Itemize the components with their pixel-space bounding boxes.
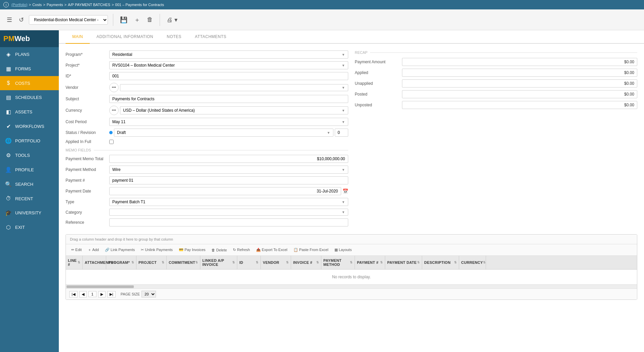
col-header-project[interactable]: PROJECT ⇅ bbox=[136, 256, 167, 269]
type-value: Payment Batch T1 bbox=[112, 200, 146, 204]
sidebar-label-search: SEARCH bbox=[15, 182, 33, 187]
payment-num-input[interactable] bbox=[109, 176, 348, 184]
payment-method-value: Wire bbox=[112, 167, 121, 172]
no-records: No records to display. bbox=[66, 270, 637, 284]
grid-unlink-button[interactable]: ✂ Unlink Payments bbox=[138, 246, 175, 253]
col-header-program[interactable]: PROGRAM* ⇅ bbox=[106, 256, 136, 269]
page-size-select[interactable]: 20 bbox=[142, 291, 156, 297]
col-header-linked[interactable]: LINKED A/P INVOICE ⇅ bbox=[200, 256, 237, 269]
revision-input[interactable] bbox=[335, 129, 348, 137]
col-header-id[interactable]: ID ⇅ bbox=[237, 256, 261, 269]
currency-select[interactable]: USD – Dollar (United States of America) … bbox=[120, 106, 348, 114]
applied-checkbox[interactable] bbox=[109, 140, 114, 144]
payment-method-select[interactable]: Wire ▼ bbox=[109, 166, 348, 174]
category-select[interactable]: ▼ bbox=[109, 209, 348, 216]
sidebar-label-forms: FORMS bbox=[15, 66, 31, 71]
sidebar-item-portfolio[interactable]: 🌐 PORTFOLIO bbox=[0, 134, 59, 148]
grid-pay-button[interactable]: 💳 Pay Invoices bbox=[176, 246, 208, 253]
sidebar-item-recent[interactable]: ⏱ RECENT bbox=[0, 191, 59, 206]
payment-memo-input[interactable] bbox=[109, 155, 348, 163]
tab-main[interactable]: MAIN bbox=[66, 30, 90, 44]
col-header-vendor[interactable]: VENDOR ⇅ bbox=[261, 256, 291, 269]
page-next-button[interactable]: ▶ bbox=[98, 291, 106, 297]
calendar-icon[interactable]: 📅 bbox=[343, 188, 348, 194]
tab-notes[interactable]: NOTES bbox=[160, 30, 188, 44]
info-icon[interactable]: i bbox=[3, 2, 9, 7]
grid-layouts-button[interactable]: ▦ Layouts bbox=[332, 246, 355, 253]
sidebar-item-tools[interactable]: ⚙ TOOLS bbox=[0, 148, 59, 163]
reference-input[interactable] bbox=[109, 218, 348, 226]
sidebar-item-exit[interactable]: ⬡ EXIT bbox=[0, 220, 59, 235]
page-prev-button[interactable]: ◀ bbox=[79, 291, 87, 297]
form-left: Program* Residential ▼ Project* RVS0104 … bbox=[66, 50, 348, 229]
tab-additional[interactable]: ADDITIONAL INFORMATION bbox=[90, 30, 160, 44]
vendor-arrow: ▼ bbox=[342, 86, 345, 90]
save-button[interactable]: 💾 bbox=[118, 14, 129, 25]
tab-attachments[interactable]: ATTACHMENTS bbox=[188, 30, 233, 44]
col-header-paynum[interactable]: PAYMENT # ⇅ bbox=[355, 256, 385, 269]
print-button[interactable]: 🖨 ▾ bbox=[165, 14, 179, 25]
grid-section: Drag a column header and drop it here to… bbox=[66, 234, 637, 300]
sidebar-item-workflows[interactable]: ✔ WORKFLOWS bbox=[0, 119, 59, 134]
add-button[interactable]: ＋ bbox=[132, 14, 142, 26]
sidebar-label-portfolio: PORTFOLIO bbox=[15, 138, 40, 143]
sidebar-label-recent: RECENT bbox=[15, 196, 33, 201]
type-select[interactable]: Payment Batch T1 ▼ bbox=[109, 198, 348, 206]
cost-period-select[interactable]: May 11 ▼ bbox=[109, 118, 348, 126]
col-header-commitment[interactable]: COMMITMENT ⇅ bbox=[167, 256, 200, 269]
posted-value: $0.00 bbox=[402, 90, 638, 98]
sidebar-item-plans[interactable]: ◈ PLANS bbox=[0, 47, 59, 62]
exit-icon: ⬡ bbox=[5, 224, 12, 231]
delete-button[interactable]: 🗑 bbox=[145, 14, 155, 25]
category-label: Category bbox=[66, 210, 109, 215]
payment-amount-value: $0.00 bbox=[402, 58, 638, 66]
page-first-button[interactable]: |◀ bbox=[69, 291, 78, 297]
page-last-button[interactable]: ▶| bbox=[107, 291, 116, 297]
grid-add-button[interactable]: ＋ Add bbox=[85, 246, 102, 254]
sidebar-item-assets[interactable]: ◧ ASSETS bbox=[0, 105, 59, 119]
menu-button[interactable]: ☰ bbox=[5, 14, 14, 25]
breadcrumb-portfolio[interactable]: (Portfolio) bbox=[11, 3, 28, 7]
horizontal-scrollbar[interactable] bbox=[66, 284, 637, 288]
id-input[interactable] bbox=[109, 72, 348, 80]
unapplied-value: $0.00 bbox=[402, 79, 638, 87]
vendor-dots-button[interactable]: ••• bbox=[109, 83, 119, 92]
col-header-paymethod[interactable]: PAYMENT METHOD ⇅ bbox=[321, 256, 355, 269]
drag-header: Drag a column header and drop it here to… bbox=[66, 235, 637, 244]
col-header-line[interactable]: LINE # ⇅ bbox=[66, 256, 83, 269]
reference-label: Reference bbox=[66, 220, 109, 225]
program-select[interactable]: Residential ▼ bbox=[109, 50, 348, 59]
sidebar-item-profile[interactable]: 👤 PROFILE bbox=[0, 163, 59, 177]
grid-edit-button[interactable]: ✏ Edit bbox=[69, 246, 84, 253]
sidebar-item-university[interactable]: 🎓 UNIVERSITY bbox=[0, 206, 59, 220]
col-header-desc[interactable]: DESCRIPTION ⇅ bbox=[422, 256, 459, 269]
vendor-select[interactable]: ▼ bbox=[120, 84, 348, 91]
status-select[interactable]: Draft ▼ bbox=[114, 129, 333, 137]
payment-date-input[interactable] bbox=[109, 187, 341, 195]
grid-paste-button[interactable]: 📋 Paste From Excel bbox=[291, 246, 331, 253]
project-select[interactable]: RVS0104 – Boston Medical Center ▼ bbox=[109, 61, 348, 69]
sidebar-item-costs[interactable]: $ COSTS bbox=[0, 76, 59, 90]
currency-dots-button[interactable]: ••• bbox=[109, 106, 119, 115]
grid-export-button[interactable]: 📤 Export To Excel bbox=[253, 246, 290, 253]
scrollbar-thumb[interactable] bbox=[67, 285, 134, 288]
program-row: Program* Residential ▼ bbox=[66, 50, 348, 59]
sidebar-item-schedules[interactable]: ▤ SCHEDULES bbox=[0, 90, 59, 105]
grid-refresh-button[interactable]: ↻ Refresh bbox=[230, 246, 253, 253]
project-selector[interactable]: Residential-Boston Medical Center - bbox=[29, 15, 108, 25]
form-right: RECAP Payment Amount $0.00 Applied $0.00… bbox=[355, 50, 638, 229]
separator bbox=[113, 14, 113, 26]
subject-input[interactable] bbox=[109, 95, 348, 103]
sidebar-label-costs: COSTS bbox=[15, 81, 30, 86]
university-icon: 🎓 bbox=[5, 210, 12, 216]
col-header-paydate[interactable]: PAYMENT DATE ⇅ bbox=[385, 256, 422, 269]
grid-delete-button[interactable]: 🗑 Delete bbox=[209, 247, 230, 253]
grid-link-button[interactable]: 🔗 Link Payments bbox=[102, 246, 137, 253]
col-header-attach[interactable]: ATTACHMENTS ⇅ bbox=[83, 256, 106, 269]
sidebar-item-search[interactable]: 🔍 SEARCH bbox=[0, 177, 59, 191]
sidebar-label-plans: PLANS bbox=[15, 52, 30, 57]
undo-button[interactable]: ↺ bbox=[17, 14, 26, 25]
col-header-currency[interactable]: CURRENCY ⇅ bbox=[459, 256, 486, 269]
sidebar-item-forms[interactable]: ▦ FORMS bbox=[0, 62, 59, 76]
col-header-invoice[interactable]: INVOICE # ⇅ bbox=[291, 256, 321, 269]
